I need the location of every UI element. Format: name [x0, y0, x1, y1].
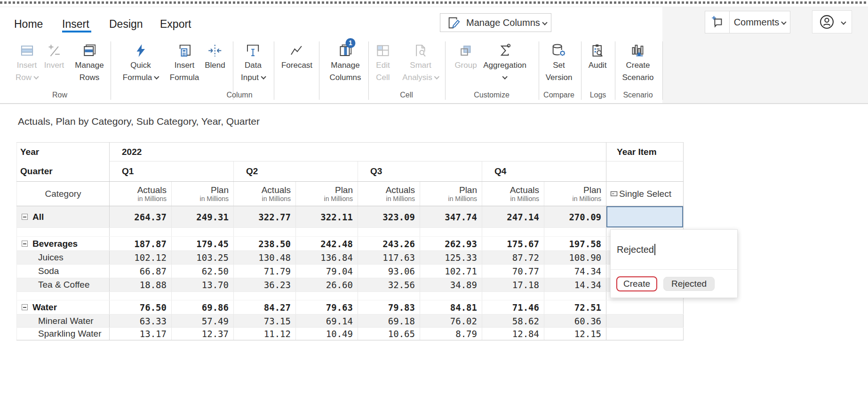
manage-columns-dropdown[interactable]: Manage Columns	[440, 13, 551, 32]
cell[interactable]: 79.63	[296, 300, 358, 314]
cell[interactable]: 12.37	[172, 328, 234, 340]
cell[interactable]: 347.74	[420, 206, 482, 228]
cell[interactable]: 117.63	[358, 251, 420, 265]
single-select-cell[interactable]: Single Select	[606, 182, 684, 206]
cell[interactable]: 14.34	[544, 278, 606, 292]
cell[interactable]: 242.48	[296, 237, 358, 251]
category-dimension-label[interactable]: Category	[17, 182, 110, 206]
value-input[interactable]: Rejected	[611, 230, 737, 270]
cell[interactable]: 10.49	[296, 328, 358, 340]
cell[interactable]: 34.89	[420, 278, 482, 292]
cell[interactable]: 136.84	[296, 251, 358, 265]
cell[interactable]: 84.27	[234, 300, 296, 314]
ribbon-audit[interactable]: Audit	[589, 41, 607, 72]
row-header-all[interactable]: All	[17, 206, 110, 228]
cell[interactable]: 187.87	[110, 237, 172, 251]
add-comment-button[interactable]	[705, 11, 730, 33]
ribbon-blend[interactable]: Blend	[205, 41, 225, 72]
cell[interactable]: 57.49	[172, 314, 234, 328]
quarter-header-q3[interactable]: Q3	[358, 161, 482, 182]
cell[interactable]: 10.65	[358, 328, 420, 340]
row-header-beverages[interactable]: Beverages	[17, 237, 110, 251]
year-dimension-label[interactable]: Year	[17, 143, 109, 161]
cell[interactable]: 72.51	[544, 300, 606, 314]
collapse-icon[interactable]	[22, 241, 28, 247]
measure-header[interactable]: Planin Millions	[544, 182, 606, 206]
cell[interactable]: 74.34	[544, 265, 606, 278]
row-header-soda[interactable]: Soda	[17, 265, 110, 278]
collapse-icon[interactable]	[22, 214, 28, 220]
cell[interactable]: 84.81	[420, 300, 482, 314]
cell[interactable]: 66.87	[110, 265, 172, 278]
cell[interactable]: 179.45	[172, 237, 234, 251]
cell[interactable]: 69.18	[358, 314, 420, 328]
cell[interactable]: 13.70	[172, 278, 234, 292]
quarter-dimension-label[interactable]: Quarter	[17, 161, 109, 181]
ribbon-set-version[interactable]: Set Version	[546, 41, 573, 84]
cell[interactable]: 18.88	[110, 278, 172, 292]
create-button[interactable]: Create	[616, 276, 657, 291]
cell[interactable]: 12.84	[482, 328, 544, 340]
ribbon-edit-cell[interactable]: Edit Cell	[376, 41, 390, 84]
selected-year-item-cell[interactable]	[606, 206, 684, 228]
cell[interactable]: 102.12	[110, 251, 172, 265]
cell[interactable]: 71.46	[482, 300, 544, 314]
year-item-cell[interactable]	[606, 300, 684, 314]
cell[interactable]: 73.15	[234, 314, 296, 328]
cell[interactable]: 79.83	[358, 300, 420, 314]
comments-dropdown[interactable]: Comments	[730, 11, 790, 33]
cell[interactable]: 8.79	[420, 328, 482, 340]
tab-insert[interactable]: Insert	[62, 18, 89, 31]
year-header-2022[interactable]: 2022	[110, 143, 606, 161]
cell[interactable]: 93.06	[358, 265, 420, 278]
ribbon-insert-row[interactable]: Insert Row	[16, 41, 38, 84]
cell[interactable]: 125.33	[420, 251, 482, 265]
cell[interactable]: 26.60	[296, 278, 358, 292]
cell[interactable]: 108.90	[544, 251, 606, 265]
ribbon-smart-analysis[interactable]: Smart Analysis	[402, 41, 438, 84]
cell[interactable]: 17.18	[482, 278, 544, 292]
measure-header[interactable]: Actualsin Millions	[110, 182, 172, 206]
cell[interactable]: 60.36	[544, 314, 606, 328]
cell[interactable]: 262.93	[420, 237, 482, 251]
ribbon-forecast[interactable]: Forecast	[281, 41, 312, 72]
rejected-option-button[interactable]: Rejected	[663, 277, 715, 291]
measure-header[interactable]: Planin Millions	[420, 182, 482, 206]
ribbon-insert-formula[interactable]: Insert Formula	[170, 41, 199, 84]
cell[interactable]: 11.12	[234, 328, 296, 340]
cell[interactable]: 70.77	[482, 265, 544, 278]
ribbon-data-input[interactable]: Data Input	[241, 41, 265, 84]
tab-home[interactable]: Home	[14, 18, 43, 31]
cell[interactable]: 323.09	[358, 206, 420, 228]
cell[interactable]: 36.23	[234, 278, 296, 292]
year-item-empty-cell[interactable]	[606, 161, 684, 182]
row-header-tea-coffee[interactable]: Tea & Coffee	[17, 278, 110, 292]
row-header-juices[interactable]: Juices	[17, 251, 110, 265]
cell[interactable]: 76.02	[420, 314, 482, 328]
measure-header[interactable]: Planin Millions	[172, 182, 234, 206]
cell[interactable]: 102.71	[420, 265, 482, 278]
quarter-header-q4[interactable]: Q4	[482, 161, 606, 182]
cell[interactable]: 249.31	[172, 206, 234, 228]
cell[interactable]: 103.25	[172, 251, 234, 265]
cell[interactable]: 62.50	[172, 265, 234, 278]
ribbon-quick-formula[interactable]: Quick Formula	[123, 41, 159, 84]
ribbon-manage-rows[interactable]: Manage Rows	[75, 41, 104, 84]
collapse-icon[interactable]	[22, 304, 28, 310]
cell[interactable]: 63.33	[110, 314, 172, 328]
ribbon-invert[interactable]: Invert	[44, 41, 64, 72]
cell[interactable]: 76.50	[110, 300, 172, 314]
row-header-mineral-water[interactable]: Mineral Water	[17, 314, 110, 328]
quarter-header-q1[interactable]: Q1	[110, 161, 234, 182]
ribbon-manage-columns[interactable]: 1 Manage Columns	[329, 41, 361, 84]
cell[interactable]: 175.67	[482, 237, 544, 251]
measure-header[interactable]: Actualsin Millions	[482, 182, 544, 206]
user-avatar-menu[interactable]	[812, 10, 852, 33]
measure-header[interactable]: Actualsin Millions	[234, 182, 296, 206]
cell[interactable]: 247.14	[482, 206, 544, 228]
ribbon-aggregation[interactable]: Aggregation	[483, 41, 526, 84]
cell[interactable]: 197.58	[544, 237, 606, 251]
ribbon-create-scenario[interactable]: Create Scenario	[622, 41, 653, 84]
cell[interactable]: 69.14	[296, 314, 358, 328]
cell[interactable]: 13.17	[110, 328, 172, 340]
